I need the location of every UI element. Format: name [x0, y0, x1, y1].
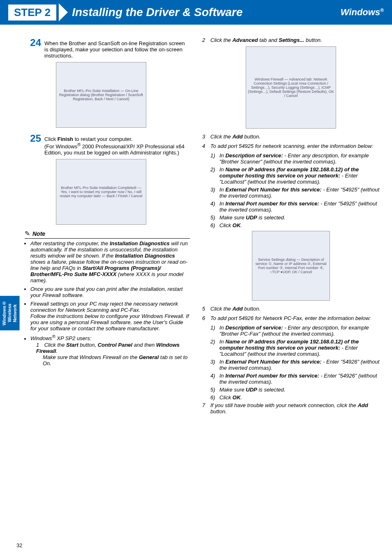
r5-idx: 5	[202, 306, 210, 312]
screenshot-service-settings: Service Settings dialog — Description of…	[252, 231, 330, 301]
note-list: After restarting the computer, the Insta…	[25, 240, 190, 366]
page-header: STEP 2 Installing the Driver & Software …	[0, 0, 392, 25]
n3a: Firewall settings on your PC may reject …	[30, 301, 178, 313]
r64-idx: 4)	[210, 373, 219, 385]
r3b: Add	[232, 134, 242, 140]
r65-idx: 5)	[210, 387, 219, 393]
right-step-5: 5 Click the Add button.	[202, 306, 380, 312]
s25-sup: ®	[77, 142, 81, 147]
sub1-idx: 1	[36, 342, 43, 348]
r41-idx: 1)	[210, 152, 219, 165]
n4sup: ®	[52, 334, 55, 339]
s1d: Control Panel	[98, 342, 133, 348]
note-item-3: Firewall settings on your PC may reject …	[30, 301, 190, 332]
s25-text-b: to restart your computer.	[73, 136, 133, 142]
os-label: Windows®	[341, 7, 384, 18]
n1a: After restarting the computer, the	[30, 240, 110, 246]
right-step-7: 7 If you still have trouble with your ne…	[202, 402, 380, 415]
r2-idx: 2	[202, 37, 210, 43]
r4-sub-5: 5)Make sure UDP is selected.	[210, 214, 380, 221]
r3-idx: 3	[202, 134, 210, 140]
step-number-25: 25	[25, 133, 41, 156]
r4-sub-4: 4)In Internal Port number for this servi…	[210, 200, 380, 213]
r4-sub-2: 2)In Name or IP address (for example 192…	[210, 166, 380, 185]
s25-text-c: (For Windows	[44, 143, 77, 150]
s1c: button,	[78, 342, 98, 348]
note-label: Note	[32, 230, 45, 237]
s1i: General	[139, 354, 159, 360]
r42-idx: 2)	[210, 166, 219, 185]
r6-sub-1: 1)In Description of service: - Enter any…	[210, 325, 380, 337]
finish-label: Finish	[58, 136, 73, 142]
substep-1: 1 Click the Start button, Control Panel …	[36, 342, 190, 366]
r6-sub-4: 4)In Internal Port number for this servi…	[210, 373, 380, 385]
r63-idx: 3)	[210, 359, 219, 371]
r2e: button.	[304, 37, 322, 43]
s1b: Start	[66, 342, 78, 348]
r6-sub-3: 3)In External Port Number for this servi…	[210, 359, 380, 371]
r7a: If you still have trouble with your netw…	[210, 402, 357, 408]
r62-idx: 2)	[210, 339, 219, 357]
pencil-icon: ✎	[25, 230, 30, 237]
r6-sub-6: 6)Click OK.	[210, 394, 380, 401]
n3b: Follow the instructions below to configu…	[30, 313, 189, 332]
r5c: button.	[243, 306, 261, 312]
r3a: Click the	[210, 134, 232, 140]
page-title: Installing the Driver & Software	[68, 6, 242, 19]
n1b: Installation Diagnostics	[110, 240, 170, 246]
side-tab-line2: Wireless	[7, 304, 12, 322]
r7c: button.	[210, 408, 227, 415]
r6-sub-2: 2)In Name or IP address (for example 192…	[210, 339, 380, 357]
r44-idx: 4)	[210, 200, 219, 213]
n4b: XP SP2 users:	[55, 336, 92, 342]
os-name: Windows	[341, 7, 380, 17]
s25-text-a: Click	[44, 136, 58, 142]
step-25-text: Click Finish to restart your computer. (…	[41, 133, 190, 156]
step-badge: STEP 2	[8, 5, 56, 21]
r4-idx: 4	[202, 143, 210, 149]
right-step-4: 4 To add port 54925 for network scanning…	[202, 143, 380, 149]
os-registered: ®	[380, 7, 384, 13]
left-column: 24 When the Brother and ScanSoft on-line…	[12, 37, 190, 418]
r3c: button.	[243, 134, 261, 140]
note-heading: ✎ Note	[25, 230, 190, 239]
r4-sub-1: 1)In Description of service: - Enter any…	[210, 152, 380, 165]
step-number-24: 24	[25, 37, 41, 59]
r6-sub-5: 5)Make sure UDP is selected.	[210, 387, 380, 393]
r5b: Add	[232, 306, 242, 312]
n4a: Windows	[30, 336, 52, 342]
note-item-2: Once you are sure that you can print aft…	[30, 286, 190, 298]
r2b: Advanced	[232, 37, 258, 43]
r46-idx: 6)	[210, 222, 219, 228]
screenshot-install-complete: Brother MFL-Pro Suite Installation Compl…	[56, 159, 146, 225]
chevron-right-icon	[59, 3, 68, 21]
r7-idx: 7	[202, 402, 210, 415]
r4-sub-6: 6)Click OK.	[210, 222, 380, 228]
r43-idx: 3)	[210, 187, 219, 199]
r66-idx: 6)	[210, 394, 219, 401]
r6a: To add port 54926 for Network PC-Fax, en…	[210, 315, 371, 321]
note-item-4: Windows® XP SP2 users: 1 Click the Start…	[30, 334, 190, 366]
n1d: Installation Diagnostics	[115, 253, 175, 259]
r4a: To add port 54925 for network scanning, …	[210, 143, 373, 149]
right-step-6: 6 To add port 54926 for Network PC-Fax, …	[202, 315, 380, 321]
r5a: Click the	[210, 306, 232, 312]
right-step-3: 3 Click the Add button.	[202, 134, 380, 140]
screenshot-firewall-advanced: Windows Firewall — Advanced tab: Network…	[246, 46, 336, 129]
r45-idx: 5)	[210, 214, 219, 221]
s1h: Make sure that Windows Firewall on the	[43, 354, 139, 360]
note-item-1: After restarting the computer, the Insta…	[30, 240, 190, 283]
s1a: Click the	[44, 342, 66, 348]
r2d: Settings...	[279, 37, 304, 43]
r7b: Add	[357, 402, 368, 408]
r2c: tab and	[258, 37, 279, 43]
s1g: .	[56, 348, 58, 354]
step-24-text: When the Brother and ScanSoft on-line Re…	[41, 37, 190, 59]
side-tab: Windows® Wireless Network	[0, 296, 20, 330]
r4-sub-3: 3)In External Port Number for this servi…	[210, 187, 380, 199]
side-tab-line3: Network	[12, 304, 17, 322]
screenshot-registration-dialog: Brother MFL-Pro Suite Installation — On-…	[56, 62, 146, 128]
side-tab-line1: Windows®	[2, 301, 7, 325]
r2a: Click the	[210, 37, 232, 43]
r6-idx: 6	[202, 315, 210, 321]
